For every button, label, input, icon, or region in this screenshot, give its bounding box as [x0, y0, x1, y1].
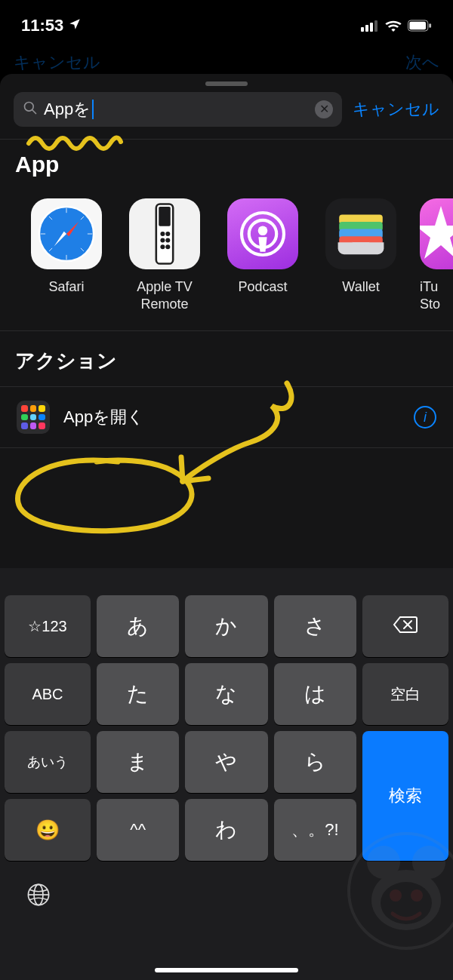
delete-icon	[393, 616, 418, 637]
svg-point-26	[165, 238, 170, 243]
svg-rect-6	[429, 23, 431, 28]
svg-point-23	[160, 232, 165, 236]
status-time: 11:53	[21, 16, 63, 35]
wallet-icon	[325, 198, 396, 269]
app-suggestion-strip[interactable]: Safari Apple TV Remote	[0, 188, 453, 331]
app-item-wallet[interactable]: Wallet	[322, 198, 400, 312]
info-icon: i	[424, 410, 427, 425]
search-field[interactable]: Appを ✕	[14, 92, 342, 127]
watermark-icon	[346, 831, 453, 951]
app-grid-icon	[17, 401, 50, 434]
action-label: Appを開く	[63, 406, 400, 429]
search-input[interactable]: Appを	[44, 98, 309, 121]
svg-point-28	[165, 244, 170, 249]
app-label: Wallet	[342, 278, 379, 296]
key-space[interactable]: 空白	[362, 663, 448, 725]
sheet-grabber[interactable]	[205, 81, 248, 86]
svg-rect-22	[159, 207, 170, 226]
svg-rect-5	[409, 22, 426, 29]
app-item-appletv-remote[interactable]: Apple TV Remote	[125, 198, 204, 312]
key-punct[interactable]: 、。?!	[274, 799, 356, 861]
key-emoji[interactable]: 😀	[5, 799, 91, 861]
key-abc[interactable]: ABC	[5, 663, 91, 725]
search-input-value: Appを	[44, 98, 91, 121]
itunes-store-icon	[420, 198, 453, 269]
location-arrow-icon	[68, 16, 82, 35]
key-sa[interactable]: さ	[274, 595, 356, 657]
appletv-remote-icon	[129, 198, 200, 269]
svg-rect-3	[374, 20, 378, 32]
svg-point-24	[165, 232, 170, 236]
cancel-button[interactable]: キャンセル	[353, 98, 439, 121]
svg-rect-2	[370, 23, 373, 32]
svg-point-27	[160, 244, 165, 249]
key-ra[interactable]: ら	[274, 731, 356, 793]
section-heading-actions: アクション	[0, 331, 453, 386]
status-bar: 11:53	[0, 0, 453, 45]
key-ta[interactable]: た	[97, 663, 179, 725]
key-ya[interactable]: や	[185, 731, 267, 793]
app-label: Podcast	[238, 278, 287, 296]
home-indicator[interactable]	[155, 968, 298, 972]
key-wa[interactable]: わ	[185, 799, 267, 861]
key-a[interactable]: あ	[97, 595, 179, 657]
svg-marker-36	[420, 206, 453, 259]
key-ka[interactable]: か	[185, 595, 267, 657]
cellular-signal-icon	[361, 20, 379, 32]
app-label: Safari	[48, 278, 84, 296]
close-icon: ✕	[319, 103, 329, 115]
wifi-icon	[385, 20, 402, 32]
key-delete[interactable]	[362, 595, 448, 657]
app-item-itunes-store[interactable]: iTu Sto	[420, 198, 450, 312]
key-ha[interactable]: は	[274, 663, 356, 725]
action-row-open-app[interactable]: Appを開く i	[0, 386, 453, 448]
text-caret	[92, 100, 94, 119]
app-label: Apple TV Remote	[125, 278, 204, 312]
svg-line-8	[32, 110, 36, 114]
svg-point-31	[258, 226, 268, 236]
key-kaomoji[interactable]: ^^	[97, 799, 179, 861]
safari-icon	[31, 198, 102, 269]
svg-rect-1	[365, 25, 368, 32]
key-numbers[interactable]: ☆123	[5, 595, 91, 657]
app-label: iTu Sto	[420, 278, 440, 312]
svg-point-47	[390, 889, 402, 902]
key-ma[interactable]: ま	[97, 731, 179, 793]
globe-icon[interactable]	[26, 882, 51, 914]
app-item-podcast[interactable]: Podcast	[223, 198, 302, 312]
podcast-icon	[227, 198, 298, 269]
info-button[interactable]: i	[414, 406, 436, 429]
svg-point-48	[411, 889, 423, 902]
search-icon	[23, 100, 38, 118]
app-item-safari[interactable]: Safari	[27, 198, 106, 312]
key-kana-switch[interactable]: あいう	[5, 731, 91, 793]
clear-search-button[interactable]: ✕	[315, 100, 333, 118]
section-heading-apps: App	[0, 139, 453, 188]
svg-point-25	[160, 238, 165, 243]
svg-rect-0	[361, 27, 364, 32]
key-na[interactable]: な	[185, 663, 267, 725]
battery-icon	[408, 20, 432, 32]
